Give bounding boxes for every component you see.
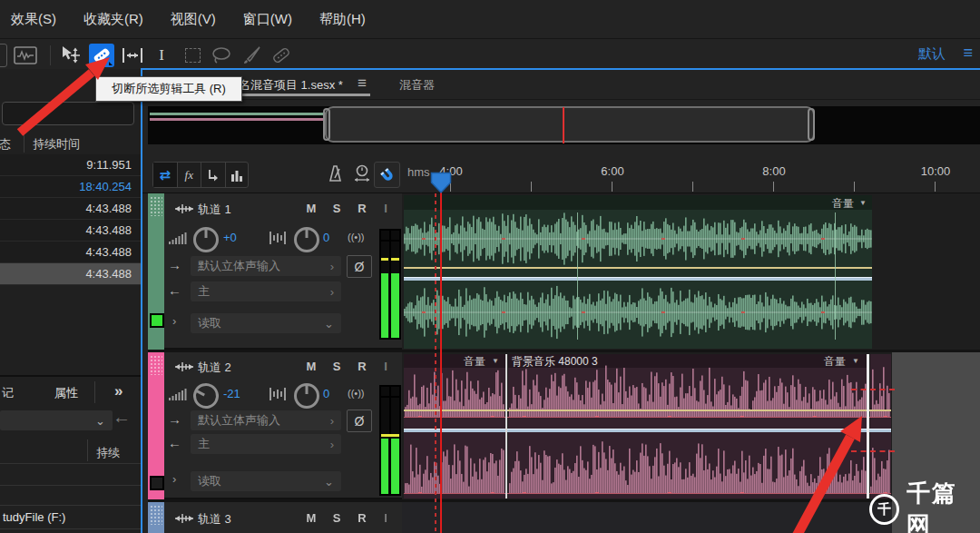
track2-input-select[interactable]: 默认立体声输入 ›: [191, 410, 341, 430]
file-row[interactable]: 4:43.488: [0, 220, 141, 242]
navigator-handle-left[interactable]: [323, 108, 330, 141]
clip-header[interactable]: [404, 195, 872, 210]
move-tool-button[interactable]: [58, 44, 83, 67]
track3-name[interactable]: 轨道 3: [198, 511, 231, 528]
menu-favorites[interactable]: 收藏夹(R): [83, 11, 143, 28]
marker-type-dropdown[interactable]: ⌄: [0, 410, 113, 430]
track2-color-chip[interactable]: [150, 476, 164, 490]
file-row[interactable]: 4:43.488: [0, 198, 141, 220]
track2-color-strip[interactable]: [148, 352, 164, 499]
track1-output-select[interactable]: 主 ›: [191, 281, 341, 301]
tab-markers[interactable]: 记: [2, 385, 14, 401]
razor-tool-button[interactable]: [89, 44, 114, 67]
track2-automation-select[interactable]: 读取 ⌄: [191, 471, 341, 491]
track3-monitor-button[interactable]: I: [377, 511, 394, 525]
ibeam-tool-button[interactable]: I: [149, 44, 174, 67]
clip-volume-label[interactable]: 音量: [832, 196, 854, 212]
track2-name[interactable]: 轨道 2: [198, 360, 231, 376]
navigator-handle-right[interactable]: [808, 108, 815, 141]
track2-pan-envelope[interactable]: [404, 429, 891, 432]
crossfade-toggle-button[interactable]: ⇄: [153, 163, 178, 187]
file-row[interactable]: 4:43.488: [0, 242, 141, 263]
snap-toggle-button[interactable]: [374, 162, 400, 188]
global-clip-stretch-button[interactable]: [352, 163, 372, 187]
track3-mute-button[interactable]: M: [303, 511, 319, 525]
track-grip-handle[interactable]: [150, 355, 162, 375]
track2-monitor-button[interactable]: I: [377, 360, 394, 373]
track1-pan-value[interactable]: 0: [323, 231, 329, 244]
duration-column-header[interactable]: 持续时间: [33, 136, 80, 153]
ruler-unit-label[interactable]: hms: [407, 165, 430, 179]
track2-volume-value[interactable]: -21: [223, 387, 240, 400]
lasso-tool-button[interactable]: [209, 44, 234, 67]
menu-window[interactable]: 窗口(W): [243, 11, 292, 28]
file-path-row[interactable]: tudyFile (F:): [3, 510, 65, 524]
menu-help[interactable]: 帮助(H): [319, 11, 366, 28]
track2-record-button[interactable]: R: [354, 360, 370, 373]
files-search-field[interactable]: [2, 102, 134, 125]
tab-mixer[interactable]: 混音器: [399, 77, 435, 94]
workspace-menu-icon[interactable]: ≡: [963, 44, 973, 63]
track1-phase-button[interactable]: Ø: [347, 255, 372, 278]
track1-pan-envelope[interactable]: [404, 277, 872, 281]
track2-output-select[interactable]: 主 ›: [191, 434, 341, 454]
brush-tool-button[interactable]: [240, 44, 265, 67]
track3-lane[interactable]: [402, 502, 892, 533]
slip-tool-button[interactable]: [120, 44, 145, 67]
back-arrow-icon[interactable]: ←: [113, 407, 131, 428]
track1-name[interactable]: 轨道 1: [198, 202, 231, 218]
timeline-ruler[interactable]: [402, 151, 980, 193]
tab-menu-icon[interactable]: ≡: [358, 74, 367, 93]
track1-automation-select[interactable]: 读取 ⌄: [191, 313, 341, 333]
duration-column-header[interactable]: 持续: [96, 445, 120, 461]
multitrack-view-button[interactable]: [13, 44, 38, 67]
track1-volume-value[interactable]: +0: [223, 231, 237, 244]
track1-record-button[interactable]: R: [354, 202, 370, 215]
track1-input-select[interactable]: 默认立体声输入 ›: [191, 256, 341, 276]
track1-volume-knob[interactable]: [193, 227, 219, 252]
navigator-viewport[interactable]: [325, 106, 815, 143]
track2-pan-knob[interactable]: [294, 383, 319, 409]
monitor-ring-icon[interactable]: ((•)): [348, 232, 365, 242]
playhead-marker[interactable]: [430, 172, 453, 194]
track2-solo-button[interactable]: S: [328, 360, 345, 373]
dropdown-arrow-icon[interactable]: ▼: [859, 199, 867, 207]
menu-view[interactable]: 视图(V): [171, 11, 216, 28]
routing-button[interactable]: [201, 163, 226, 187]
track2-volume-envelope[interactable]: [404, 410, 891, 411]
clip-cut-line[interactable]: [505, 354, 507, 498]
partial-tool-button[interactable]: [0, 44, 7, 67]
metering-button[interactable]: [226, 163, 249, 187]
metronome-button[interactable]: [325, 163, 345, 187]
track-grip-handle[interactable]: [150, 505, 162, 525]
track2-mute-button[interactable]: M: [303, 360, 319, 373]
automation-expander[interactable]: ›: [172, 472, 176, 486]
track2-pan-value[interactable]: 0: [323, 387, 329, 400]
track3-record-button[interactable]: R: [354, 511, 370, 525]
track1-color-chip[interactable]: [150, 313, 164, 328]
track1-mute-button[interactable]: M: [303, 202, 319, 215]
automation-expander[interactable]: ›: [172, 314, 176, 328]
menu-effects[interactable]: 效果(S): [11, 11, 56, 28]
tab-session[interactable]: 名混音项目 1.sesx *: [239, 77, 343, 94]
healing-brush-tool-button[interactable]: [269, 44, 294, 67]
track1-volume-envelope[interactable]: [404, 267, 872, 269]
file-row[interactable]: 18:40.254: [0, 176, 141, 198]
track2-phase-button[interactable]: Ø: [347, 410, 372, 432]
track3-color-strip[interactable]: [148, 502, 164, 533]
marquee-tool-button[interactable]: [180, 44, 205, 67]
status-column-header[interactable]: 状态: [0, 136, 11, 153]
column-divider[interactable]: [24, 134, 24, 153]
panel-overflow-chevrons[interactable]: »: [114, 382, 122, 400]
file-row-selected[interactable]: 4:43.488: [0, 263, 141, 285]
track-grip-handle[interactable]: [150, 196, 162, 216]
track1-pan-knob[interactable]: [294, 227, 319, 252]
workspace-selector[interactable]: 默认: [918, 45, 946, 63]
file-row[interactable]: 9:11.951: [0, 154, 141, 176]
monitor-ring-icon[interactable]: ((•)): [348, 388, 365, 399]
track1-monitor-button[interactable]: I: [377, 202, 394, 215]
fx-toggle-button[interactable]: fx: [178, 163, 202, 187]
tab-properties[interactable]: 属性: [54, 385, 78, 401]
track3-solo-button[interactable]: S: [328, 511, 345, 525]
track1-solo-button[interactable]: S: [328, 202, 345, 215]
